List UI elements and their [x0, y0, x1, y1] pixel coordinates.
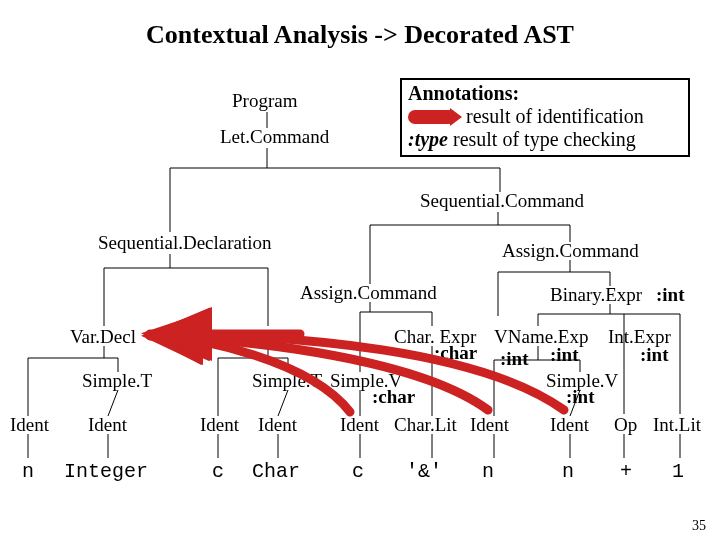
annotations-identification: result of identification [466, 105, 644, 128]
node-ident-7: Ident [550, 414, 589, 436]
annotations-type-prefix: :type [408, 128, 448, 150]
node-sequential-declaration: Sequential.Declaration [98, 232, 272, 254]
leaf-char: Char [252, 460, 300, 483]
node-sequential-command: Sequential.Command [420, 190, 584, 212]
node-var-decl-1: Var.Decl [70, 326, 136, 348]
node-simple-t-2: Simple.T [252, 370, 322, 392]
anno-vname-int-2: :int [550, 344, 579, 366]
anno-simplev2-int: :int [566, 386, 595, 408]
leaf-plus: + [620, 460, 632, 483]
leaf-amp: '&' [406, 460, 442, 483]
node-ident-3: Ident [200, 414, 239, 436]
node-simple-t-1: Simple.T [82, 370, 152, 392]
node-var-decl-2: Var.Decl [232, 326, 298, 348]
node-op: Op [614, 414, 637, 436]
node-ident-4: Ident [258, 414, 297, 436]
anno-binary-expr-int: :int [656, 284, 685, 306]
anno-vname-int-1: :int [500, 348, 529, 370]
node-char-lit: Char.Lit [394, 414, 457, 436]
leaf-one: 1 [672, 460, 684, 483]
node-ident-5: Ident [340, 414, 379, 436]
page-number: 35 [692, 518, 706, 534]
leaf-c-2: c [352, 460, 364, 483]
leaf-n-1: n [22, 460, 34, 483]
node-let-command: Let.Command [220, 126, 329, 148]
node-ident-6: Ident [470, 414, 509, 436]
leaf-n-2: n [482, 460, 494, 483]
identification-arrow-icon [408, 110, 456, 124]
node-int-lit: Int.Lit [653, 414, 701, 436]
page-title: Contextual Analysis -> Decorated AST [0, 20, 720, 50]
leaf-integer: Integer [64, 460, 148, 483]
anno-int-expr-int: :int [640, 344, 669, 366]
svg-line-35 [278, 390, 288, 416]
anno-char-expr-char: :char [434, 342, 477, 364]
node-assign-command-right: Assign.Command [502, 240, 639, 262]
node-assign-command-left: Assign.Command [300, 282, 437, 304]
leaf-n-3: n [562, 460, 574, 483]
node-program: Program [232, 90, 297, 112]
svg-line-30 [108, 390, 118, 416]
annotations-box: Annotations: result of identification :t… [400, 78, 690, 157]
annotations-heading: Annotations: [408, 82, 682, 105]
node-ident-1: Ident [10, 414, 49, 436]
node-binary-expr: Binary.Expr [550, 284, 642, 306]
annotations-type-text: result of type checking [448, 128, 636, 150]
anno-simplev1-char: :char [372, 386, 415, 408]
leaf-c-1: c [212, 460, 224, 483]
node-ident-2: Ident [88, 414, 127, 436]
